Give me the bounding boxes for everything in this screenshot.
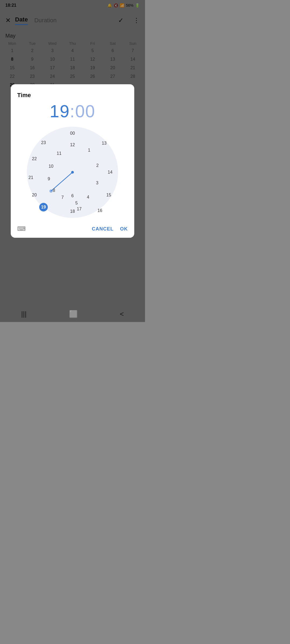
clock-number-22[interactable]: 22 xyxy=(30,155,39,163)
footer-buttons: CANCEL OK xyxy=(92,226,128,232)
time-minutes[interactable]: 00 xyxy=(75,102,95,121)
clock-number-8[interactable]: 8 xyxy=(50,186,58,195)
cancel-button[interactable]: CANCEL xyxy=(92,226,114,232)
clock-number-23[interactable]: 23 xyxy=(39,138,48,147)
clock-number-1[interactable]: 1 xyxy=(85,146,93,155)
time-display: 19:00 xyxy=(17,101,128,121)
clock-number-13[interactable]: 13 xyxy=(100,139,108,148)
clock-number-12[interactable]: 12 xyxy=(68,141,77,149)
clock-number-4[interactable]: 4 xyxy=(84,193,92,202)
clock-number-15[interactable]: 15 xyxy=(104,191,113,199)
clock-number-9[interactable]: 9 xyxy=(45,175,53,183)
keyboard-toggle-button[interactable]: ⌨ xyxy=(17,225,26,232)
modal-title: Time xyxy=(17,92,128,99)
clock-number-19[interactable]: 19 xyxy=(39,203,48,211)
clock-number-7[interactable]: 7 xyxy=(58,193,67,202)
clock-number-6[interactable]: 6 xyxy=(68,192,77,200)
clock-number-14[interactable]: 14 xyxy=(106,168,114,177)
svg-point-1 xyxy=(71,171,74,174)
time-picker-modal: Time 19:00 xyxy=(11,84,134,238)
clock-face[interactable]: 00 13 14 15 16 17 18 19 20 21 xyxy=(27,127,118,218)
modal-overlay: Time 19:00 xyxy=(0,0,145,322)
clock-number-3[interactable]: 3 xyxy=(93,179,102,187)
modal-footer: ⌨ CANCEL OK xyxy=(17,223,128,232)
clock-number-2[interactable]: 2 xyxy=(93,161,102,170)
clock-number-21[interactable]: 21 xyxy=(27,173,35,182)
clock-number-18[interactable]: 18 xyxy=(68,207,77,216)
clock-number-16[interactable]: 16 xyxy=(96,206,104,215)
clock-number-00[interactable]: 00 xyxy=(68,129,77,138)
clock-number-20[interactable]: 20 xyxy=(30,191,39,199)
time-colon: : xyxy=(70,102,75,121)
clock-number-11[interactable]: 11 xyxy=(55,149,63,158)
clock-number-10[interactable]: 10 xyxy=(47,162,55,171)
ok-button[interactable]: OK xyxy=(120,226,128,232)
time-hour[interactable]: 19 xyxy=(50,102,70,121)
clock-face-container[interactable]: 00 13 14 15 16 17 18 19 20 21 xyxy=(27,127,118,218)
